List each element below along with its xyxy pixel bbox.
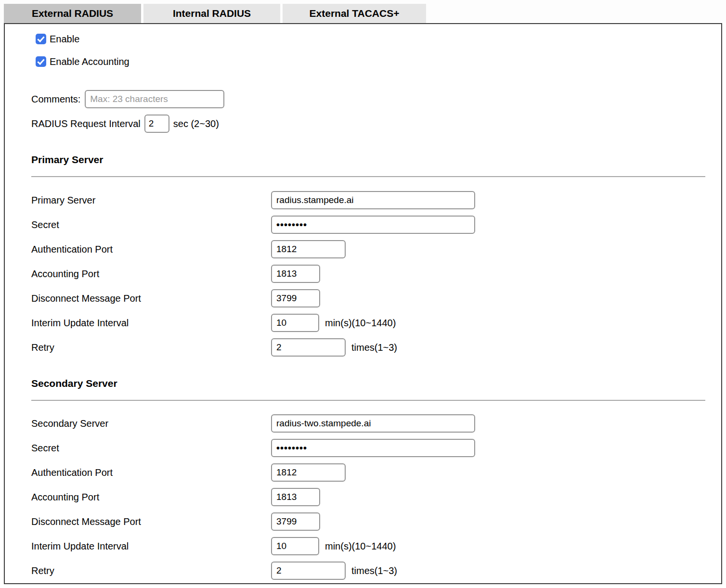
enable-accounting-label: Enable Accounting xyxy=(50,56,130,67)
enable-checkbox[interactable] xyxy=(36,34,46,44)
enable-accounting-checkbox[interactable] xyxy=(36,56,46,67)
primary-interim-interval-suffix: min(s)(10~1440) xyxy=(325,318,396,329)
secondary-section-divider xyxy=(31,400,705,401)
comments-input[interactable] xyxy=(85,90,224,108)
secondary-server-row: Secondary Server xyxy=(31,414,721,433)
comments-label: Comments: xyxy=(31,94,80,105)
secondary-auth-port-input[interactable] xyxy=(271,463,346,482)
primary-retry-row: Retry times(1~3) xyxy=(31,338,721,357)
settings-panel: Enable Enable Accounting Comments: RADIU… xyxy=(4,23,722,584)
radius-request-interval-label: RADIUS Request Interval xyxy=(31,118,141,129)
secondary-interim-interval-label: Interim Update Interval xyxy=(31,541,271,552)
secondary-acct-port-row: Accounting Port xyxy=(31,488,721,506)
primary-server-fields: Primary Server Secret Authentication Por… xyxy=(31,191,721,357)
secondary-auth-port-row: Authentication Port xyxy=(31,463,721,482)
radius-request-interval-input[interactable] xyxy=(144,115,169,133)
primary-auth-port-input[interactable] xyxy=(271,240,346,258)
comments-row: Comments: xyxy=(31,90,721,108)
secondary-retry-row: Retry times(1~3) xyxy=(31,562,721,580)
primary-server-input[interactable] xyxy=(271,191,475,209)
enable-row: Enable xyxy=(36,34,721,44)
primary-disconnect-port-input[interactable] xyxy=(271,289,320,307)
tab-internal-radius[interactable]: Internal RADIUS xyxy=(143,4,280,23)
primary-disconnect-port-label: Disconnect Message Port xyxy=(31,293,271,304)
primary-acct-port-row: Accounting Port xyxy=(31,265,721,283)
external-radius-settings-page: External RADIUS Internal RADIUS External… xyxy=(0,0,726,588)
primary-secret-row: Secret xyxy=(31,216,721,234)
secondary-server-label: Secondary Server xyxy=(31,418,271,429)
secondary-retry-label: Retry xyxy=(31,565,271,576)
secondary-disconnect-port-row: Disconnect Message Port xyxy=(31,512,721,531)
primary-auth-port-row: Authentication Port xyxy=(31,240,721,258)
primary-secret-input[interactable] xyxy=(271,216,475,234)
primary-disconnect-port-row: Disconnect Message Port xyxy=(31,289,721,307)
secondary-acct-port-label: Accounting Port xyxy=(31,492,271,503)
primary-interim-interval-row: Interim Update Interval min(s)(10~1440) xyxy=(31,314,721,332)
primary-interim-interval-input[interactable] xyxy=(271,314,319,332)
primary-retry-label: Retry xyxy=(31,342,271,353)
secondary-server-fields: Secondary Server Secret Authentication P… xyxy=(31,414,721,580)
secondary-interim-interval-row: Interim Update Interval min(s)(10~1440) xyxy=(31,537,721,555)
primary-server-heading: Primary Server xyxy=(31,154,721,166)
tab-external-tacacs[interactable]: External TACACS+ xyxy=(283,4,426,23)
enable-accounting-row: Enable Accounting xyxy=(36,56,721,67)
secondary-server-heading: Secondary Server xyxy=(31,378,721,389)
primary-acct-port-label: Accounting Port xyxy=(31,268,271,280)
secondary-retry-suffix: times(1~3) xyxy=(351,565,397,576)
enable-label: Enable xyxy=(50,34,79,45)
primary-server-row: Primary Server xyxy=(31,191,721,209)
secondary-secret-label: Secret xyxy=(31,443,271,454)
primary-section-divider xyxy=(31,176,705,177)
primary-retry-suffix: times(1~3) xyxy=(351,342,397,353)
secondary-auth-port-label: Authentication Port xyxy=(31,467,271,478)
secondary-acct-port-input[interactable] xyxy=(271,488,320,506)
primary-interim-interval-label: Interim Update Interval xyxy=(31,318,271,329)
primary-retry-input[interactable] xyxy=(271,338,346,357)
primary-secret-label: Secret xyxy=(31,219,271,230)
secondary-interim-interval-suffix: min(s)(10~1440) xyxy=(325,541,396,552)
tab-external-radius[interactable]: External RADIUS xyxy=(4,4,141,23)
primary-auth-port-label: Authentication Port xyxy=(31,244,271,255)
secondary-server-input[interactable] xyxy=(271,414,475,433)
secondary-secret-row: Secret xyxy=(31,439,721,457)
secondary-secret-input[interactable] xyxy=(271,439,475,457)
secondary-retry-input[interactable] xyxy=(271,562,346,580)
secondary-interim-interval-input[interactable] xyxy=(271,537,319,555)
radius-request-interval-row: RADIUS Request Interval sec (2~30) xyxy=(31,115,721,133)
primary-acct-port-input[interactable] xyxy=(271,265,320,283)
tab-bar: External RADIUS Internal RADIUS External… xyxy=(0,0,726,23)
secondary-disconnect-port-label: Disconnect Message Port xyxy=(31,516,271,527)
secondary-disconnect-port-input[interactable] xyxy=(271,512,320,531)
radius-request-interval-suffix: sec (2~30) xyxy=(173,118,219,129)
primary-server-label: Primary Server xyxy=(31,195,271,206)
